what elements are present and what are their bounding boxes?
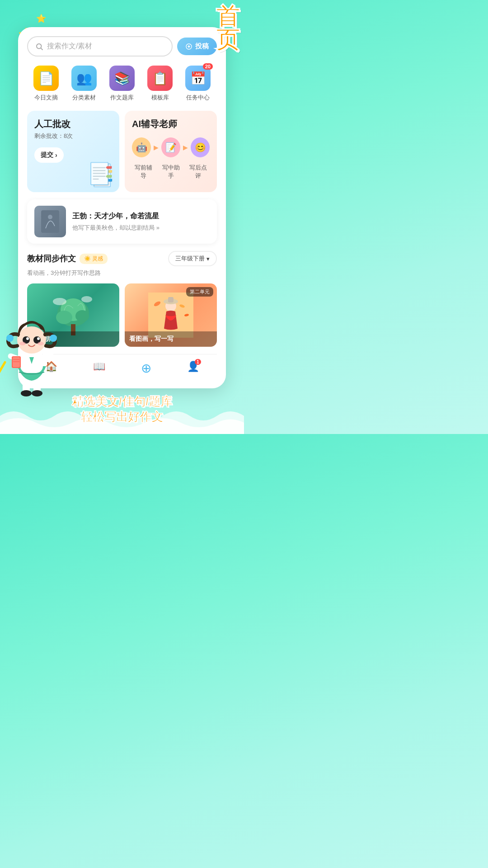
svg-rect-17 [168,297,174,302]
star-deco-2: ⭐ [36,14,46,24]
svg-point-30 [6,335,14,342]
svg-line-1 [41,48,42,50]
nav-icon-topics: 📚 [109,66,135,91]
bottom-nav-essay[interactable]: ⊕ [141,361,151,376]
svg-point-37 [38,342,44,345]
nav-label-topics: 作文题库 [110,94,134,102]
profile-badge: 1 [195,359,201,365]
manual-correction-title: 人工批改 [34,118,112,130]
bottom-nav-profile[interactable]: 👤 1 [187,361,199,376]
article-thumb-svg [41,210,59,233]
book-card-fantasy[interactable]: 第二单元 看图画，写一写 [125,283,217,347]
promo-text: 精选美文/佳句/题库 轻松写出好作文 [72,394,172,425]
nav-label-templates: 模板库 [151,94,169,102]
ai-step-1-icon: 🤖 [132,137,151,157]
svg-point-20 [21,390,32,396]
grade-selector[interactable]: 三年级下册 ▾ [168,251,217,266]
svg-rect-27 [0,361,6,376]
nav-item-topics[interactable]: 📚 作文题库 [109,66,135,102]
section-header: 教材同步作文 ☀️ 灵感 三年级下册 ▾ [27,251,217,266]
ai-tutor-title: AI辅导老师 [132,118,210,130]
svg-point-21 [32,390,42,396]
search-icon [35,42,43,51]
nav-icon-tasks: 📅 20 [185,66,211,91]
svg-point-8 [75,310,89,322]
title-char-1: 首 [216,5,239,28]
manual-correction-card[interactable]: 人工批改 剩余批改：8次 提交 › 📑 [27,111,119,192]
feature-cards-row: 人工批改 剩余批改：8次 提交 › 📑 AI辅导老师 🤖 ▶ 📝 ▶ 😊 写前辅… [27,111,217,192]
inspiration-badge: ☀️ 灵感 [80,254,108,264]
ai-label-2: 写中助手 [160,164,183,180]
ai-labels-row: 写前辅导 写中助手 写后点评 [132,164,210,180]
svg-point-31 [50,335,57,342]
nav-item-templates[interactable]: 📋 模板库 [147,66,173,102]
nav-item-category[interactable]: 👥 分类素材 [71,66,97,102]
submit-icon [185,43,192,50]
nav-item-tasks[interactable]: 📅 20 任务中心 [185,66,211,102]
nav-item-daily[interactable]: 📄 今日文摘 [33,66,59,102]
svg-rect-39 [13,357,20,367]
mascot-svg [0,307,63,398]
essay-center-icon: ⊕ [141,361,151,376]
submit-label: 投稿 [195,42,209,51]
ai-tutor-card[interactable]: AI辅导老师 🤖 ▶ 📝 ▶ 😊 写前辅导 写中助手 写后点评 [125,111,217,192]
bottom-nav-materials[interactable]: 📖 [93,361,105,376]
svg-rect-23 [33,384,41,390]
article-description: 他写下最美秋色，却以悲剧结局 » [72,224,160,232]
book-label-fantasy: 看图画，写一写 [125,331,217,347]
svg-point-3 [48,215,52,219]
submit-button[interactable]: 投稿 [177,38,217,55]
tasks-badge: 20 [203,63,213,70]
ai-arrow-1: ▶ [154,144,159,151]
section-title-wrap: 教材同步作文 ☀️ 灵感 [27,253,108,264]
svg-point-34 [26,337,29,340]
svg-point-10 [81,296,92,302]
nav-icon-category: 👥 [71,66,97,91]
book-unit-tag: 第二单元 [186,287,213,297]
svg-point-0 [37,44,42,49]
ai-flow-row: 🤖 ▶ 📝 ▶ 😊 [132,137,210,157]
svg-rect-26 [42,348,56,358]
svg-point-9 [53,298,66,305]
search-bar: 搜索作文/素材 投稿 [27,36,217,57]
title-char-2: 页 [216,28,239,52]
manual-submit-button[interactable]: 提交 › [34,147,64,163]
materials-icon: 📖 [93,361,105,373]
manual-correction-subtitle: 剩余批改：8次 [34,132,112,140]
ai-step-3-icon: 😊 [191,137,210,157]
search-input-wrap[interactable]: 搜索作文/素材 [27,36,173,57]
article-info: 王勃：天才少年，命若流星 他写下最美秋色，却以悲剧结局 » [72,212,160,232]
ai-label-1: 写前辅导 [132,164,155,180]
fantasy-girl-svg [148,292,193,338]
ai-label-3: 写后点评 [187,164,210,180]
nav-icons-row: 📄 今日文摘 👥 分类素材 📚 作文题库 📋 模板库 📅 20 [27,66,217,102]
promo-line-1: 精选美文/佳句/题库 [72,394,172,410]
article-title: 王勃：天才少年，命若流星 [72,212,160,221]
ai-step-2-icon: 📝 [161,137,180,157]
nav-label-category: 分类素材 [72,94,96,102]
mascot-character [0,307,63,398]
svg-point-29 [17,326,46,354]
promo-line-2: 轻松写出好作文 [72,410,172,425]
nav-label-tasks: 任务中心 [186,94,210,102]
svg-rect-22 [23,384,30,390]
ai-arrow-2: ▶ [183,144,188,151]
search-placeholder-text: 搜索作文/素材 [47,42,92,51]
nav-label-daily: 今日文摘 [34,94,58,102]
page-title-deco: 首 页 [216,5,239,52]
article-thumbnail [34,206,66,237]
nav-icon-templates: 📋 [147,66,173,91]
article-card[interactable]: 王勃：天才少年，命若流星 他写下最美秋色，却以悲剧结局 » [27,199,217,244]
section-description: 看动画，3分钟打开写作思路 [27,269,217,277]
svg-point-35 [37,337,40,340]
nav-icon-daily: 📄 [33,66,59,91]
svg-rect-2 [41,210,59,233]
doc-illustration: 📑 [87,161,115,188]
svg-point-36 [19,342,26,345]
section-title: 教材同步作文 [27,253,76,264]
